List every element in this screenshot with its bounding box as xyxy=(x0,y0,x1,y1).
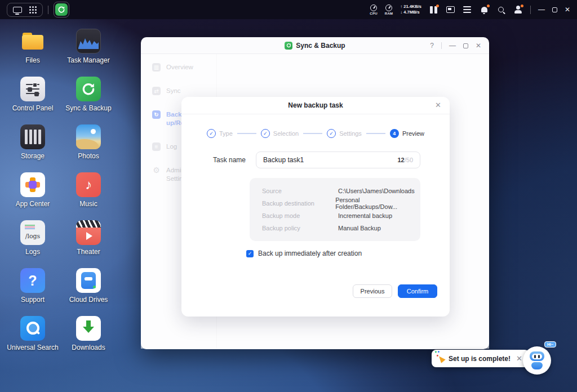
desktop-icon-label: Files xyxy=(25,56,39,64)
desktop-icon-task-manager[interactable]: Task Manager xyxy=(57,24,119,72)
search-icon xyxy=(498,7,504,12)
desktop-icon-universal-search[interactable]: Universal Search xyxy=(2,311,64,359)
summary-value: C:\Users\James\Downloads xyxy=(338,188,415,194)
task-name-input[interactable] xyxy=(263,156,397,164)
desktop-icon-label: Support xyxy=(21,296,45,304)
step-connector xyxy=(366,133,385,134)
desktop-icon-theater[interactable]: Theater xyxy=(57,215,119,263)
taskbar-launcher-group xyxy=(7,3,43,17)
music-icon: ♪ xyxy=(76,172,101,197)
logs-icon: /logs xyxy=(20,220,45,245)
taskbar-left xyxy=(7,2,69,17)
app-grid-icon[interactable] xyxy=(29,6,37,14)
sync-backup-icon xyxy=(76,77,101,101)
summary-value: Personal Folder/Backups/Dow... xyxy=(335,197,420,210)
step-check-icon: ✓ xyxy=(261,129,270,138)
desktop-icon-app-center[interactable]: App Center xyxy=(2,167,64,215)
toast-text: Set up is complete! xyxy=(449,355,511,363)
assistant-mascot[interactable] xyxy=(523,346,551,375)
taskbar-separator xyxy=(48,6,48,14)
controls-separator xyxy=(441,42,442,49)
desktop-maximize-button[interactable] xyxy=(552,7,557,12)
notification-dot xyxy=(521,5,523,7)
robot-head xyxy=(530,351,544,361)
char-count: 12 xyxy=(397,157,404,163)
storage-icon xyxy=(20,124,45,149)
task-name-row: Task name 12/50 xyxy=(213,152,420,168)
summary-card: Source C:\Users\James\Downloads Backup d… xyxy=(250,178,420,241)
step-connector xyxy=(303,133,322,134)
window-controls: ? — ✕ xyxy=(430,37,481,54)
account-button[interactable] xyxy=(513,5,523,15)
window-title: Sync & Backup xyxy=(296,42,345,50)
downloads-icon xyxy=(76,316,101,341)
previous-button[interactable]: Previous xyxy=(353,284,392,298)
cpu-gauge[interactable]: CPU xyxy=(370,5,378,15)
desktop-icons-column-right: Task Manager Sync & Backup Photos ♪ Musi… xyxy=(57,24,119,359)
backup-immediately-row: ✓ Back up immediately after creation xyxy=(246,250,450,257)
desktop-icon-cloud-drives[interactable]: Cloud Drives xyxy=(57,263,119,311)
desktop-icon-support[interactable]: ? Universal Search Support xyxy=(2,263,64,311)
desktop-close-button[interactable]: ✕ xyxy=(565,6,570,13)
summary-label: Backup mode xyxy=(262,212,338,219)
bell-icon xyxy=(481,7,487,12)
help-button[interactable]: ? xyxy=(430,42,434,50)
summary-value: Manual Backup xyxy=(338,225,381,231)
desktop-icon-label: Logs xyxy=(25,248,40,256)
user-icon xyxy=(516,6,520,10)
close-button[interactable]: ✕ xyxy=(476,42,481,50)
taskbar: CPU RAM ↑ 21.4KB/s ↓ 4.7MB/s — ✕ xyxy=(0,0,577,19)
mascot-hi-badge: Hi~ xyxy=(544,341,556,348)
desktop-minimize-button[interactable]: — xyxy=(538,6,545,13)
summary-row-mode: Backup mode Incremental backup xyxy=(250,210,420,222)
party-popper-icon xyxy=(437,354,445,363)
char-max: /50 xyxy=(405,157,413,163)
step-check-icon: ✓ xyxy=(327,129,336,138)
summary-row-source: Source C:\Users\James\Downloads xyxy=(250,185,420,197)
desktop-icon-logs[interactable]: /logs Logs xyxy=(2,215,64,263)
desktop-icon-files[interactable]: Files xyxy=(2,24,64,72)
minimize-button[interactable]: — xyxy=(449,42,456,50)
step-connector xyxy=(237,133,256,134)
cloud-drives-icon xyxy=(76,268,101,293)
desktop-icon-downloads[interactable]: Downloads xyxy=(57,311,119,359)
step-settings: ✓ Settings xyxy=(327,129,362,138)
confirm-button[interactable]: Confirm xyxy=(398,284,437,298)
summary-label: Backup destination xyxy=(262,200,335,207)
desktop-view-icon[interactable] xyxy=(13,7,22,13)
task-name-input-box: 12/50 xyxy=(256,152,420,168)
cpu-gauge-icon xyxy=(370,5,377,11)
checkbox-backup-immediately[interactable]: ✓ xyxy=(246,250,254,257)
modal-header: New backup task ✕ xyxy=(181,97,450,114)
cloud-status-dot xyxy=(93,286,96,288)
notifications-button[interactable] xyxy=(480,5,489,15)
app-center-core-shape xyxy=(29,181,37,189)
toast-close-icon[interactable]: ✕ xyxy=(516,354,522,363)
task-queue-icon xyxy=(463,6,471,13)
remote-screen-button[interactable] xyxy=(446,5,455,15)
maximize-button[interactable] xyxy=(463,43,468,48)
desktop-icon-music[interactable]: ♪ Music xyxy=(57,167,119,215)
upload-speed: ↑ 21.4KB/s xyxy=(400,4,421,10)
desktop-icon-label: Cloud Drives xyxy=(69,296,108,304)
desktop-icon-control-panel[interactable]: Control Panel xyxy=(2,72,64,119)
cpu-label: CPU xyxy=(370,12,378,15)
widgets-button[interactable] xyxy=(429,5,438,15)
setup-complete-toast: Set up is complete! ✕ xyxy=(432,350,529,367)
desktop-icon-photos[interactable]: Photos xyxy=(57,119,119,167)
desktop-icon-label: Universal Search xyxy=(7,344,58,351)
modal-close-icon[interactable]: ✕ xyxy=(435,101,441,109)
desktop-icon-sync-backup[interactable]: Sync & Backup xyxy=(57,72,119,119)
sync-backup-app-icon xyxy=(55,3,68,16)
step-label: Type xyxy=(219,130,233,137)
support-icon: ? xyxy=(20,268,45,293)
window-titlebar[interactable]: Sync & Backup ? — ✕ xyxy=(141,37,489,54)
search-button[interactable] xyxy=(496,5,506,15)
running-app-sync-backup[interactable] xyxy=(54,2,69,17)
ram-gauge[interactable]: RAM xyxy=(385,5,393,15)
robot-eye xyxy=(538,355,540,358)
desktop-icon-storage[interactable]: Storage xyxy=(2,119,64,167)
task-queue-button[interactable] xyxy=(463,5,472,15)
desktop-icons-column-left: Files Control Panel Storage App Center /… xyxy=(2,24,64,359)
files-icon xyxy=(20,29,45,54)
